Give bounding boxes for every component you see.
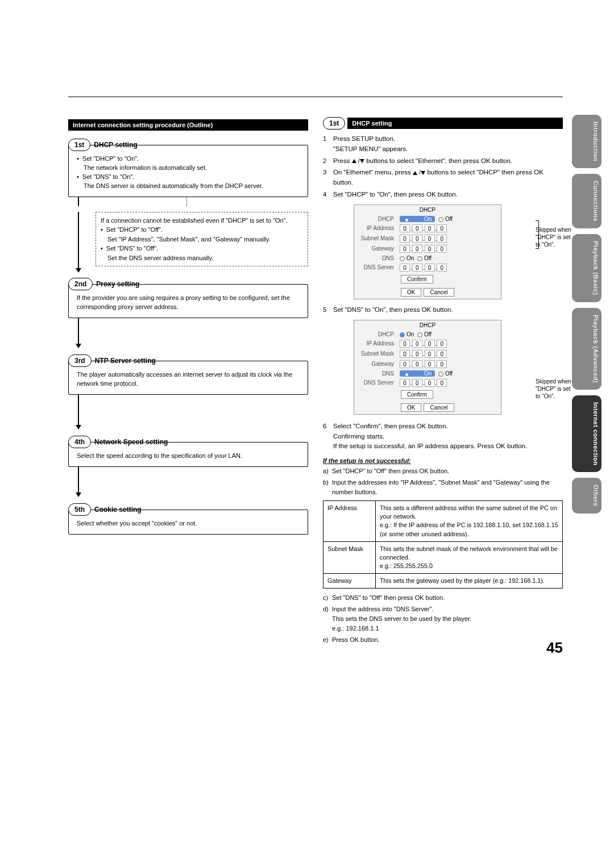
- address-table: IP AddressThis sets a different address …: [323, 500, 563, 589]
- dhcp-menu-2: DHCP DHCPOn Off IP Address0.0.0.0 Subnet…: [354, 320, 501, 415]
- instr-1: Press SETUP button."SETUP MENU" appears.: [323, 134, 563, 155]
- step-1-line: Set "DHCP" to "On".: [77, 155, 302, 164]
- step-1-line: The network information is automatically…: [77, 164, 302, 173]
- confirm-button[interactable]: Confirm: [401, 390, 433, 399]
- confirm-button[interactable]: Confirm: [401, 275, 433, 283]
- tab-others[interactable]: Others: [572, 478, 601, 513]
- cancel-button[interactable]: Cancel: [424, 403, 454, 412]
- step-1-line: Set "DNS" to "On".: [77, 173, 302, 182]
- tab-internet-connection[interactable]: Internet connection: [572, 395, 601, 473]
- step-2-badge: 2nd: [68, 278, 93, 290]
- step-e: e)Press OK button.: [323, 635, 563, 645]
- tab-introduction[interactable]: Introduction: [572, 115, 601, 168]
- outline-header: Internet connection setting procedure (O…: [68, 119, 308, 131]
- step-1-badge: 1st: [68, 139, 90, 151]
- step-4-body: Select the speed according to the specif…: [74, 447, 302, 461]
- step-4-badge: 4th: [68, 436, 91, 448]
- step-5-badge: 5th: [68, 503, 91, 516]
- step-d: d)Input the address into "DNS Server". T…: [323, 604, 563, 633]
- instr-5: Set "DNS" to "On", then press OK button.: [323, 305, 563, 315]
- skip-note: Skipped when "DHCP" is set to "On".: [536, 226, 575, 248]
- step-3-body: The player automatically accesses an int…: [74, 366, 302, 389]
- step-3-title: NTP Server setting: [95, 357, 156, 365]
- up-icon: [352, 159, 356, 163]
- step-2-title: Proxy setting: [96, 280, 139, 288]
- manual-setup-note: If a connection cannot be established ev…: [96, 212, 308, 267]
- tab-connections[interactable]: Connections: [572, 174, 601, 228]
- step-4-title: Network Speed setting: [94, 438, 168, 446]
- step-2-body: If the provider you are using requires a…: [74, 289, 302, 312]
- instr-4: Set "DHCP" to "On", then press OK button…: [323, 190, 563, 200]
- right-step-1-badge: 1st: [323, 117, 345, 130]
- right-step-1-title: DHCP setting: [347, 118, 563, 129]
- step-5-title: Cookie setting: [94, 506, 142, 514]
- step-c: c)Set "DNS" to "Off" then press OK butto…: [323, 593, 563, 603]
- ok-button[interactable]: OK: [401, 403, 421, 412]
- side-tabs: Introduction Connections Playback (Basic…: [572, 115, 601, 514]
- step-b: b)Input the addresses into "IP Address",…: [323, 478, 563, 497]
- up-icon: [413, 171, 417, 175]
- step-1-line: The DNS server is obtained automatically…: [77, 182, 302, 191]
- cancel-button[interactable]: Cancel: [424, 288, 454, 297]
- down-icon: [360, 159, 364, 163]
- tab-playback-advanced[interactable]: Playback (Advanced): [572, 308, 601, 390]
- instr-2: Press / buttons to select "Ethernet", th…: [323, 156, 563, 166]
- skip-note: Skipped when "DHCP" is set to "On".: [536, 378, 575, 400]
- page-number: 45: [546, 639, 563, 657]
- step-3-badge: 3rd: [68, 354, 92, 367]
- tab-playback-basic[interactable]: Playback (Basic): [572, 234, 601, 302]
- step-1-title: DHCP setting: [94, 141, 137, 149]
- ok-button[interactable]: OK: [401, 288, 421, 297]
- step-5-body: Select whether you accept "cookies" or n…: [74, 515, 302, 528]
- unsuccessful-header: If the setup is not successful:: [323, 457, 563, 464]
- instr-3: On "Ethernet" menu, press / buttons to s…: [323, 168, 563, 188]
- step-a: a)Set "DHCP" to "Off" then press OK butt…: [323, 466, 563, 476]
- instr-6: Select "Confirm", then press OK button. …: [323, 422, 563, 452]
- dhcp-menu-1: DHCP DHCPOn Off IP Address0.0.0.0 Subnet…: [354, 205, 501, 299]
